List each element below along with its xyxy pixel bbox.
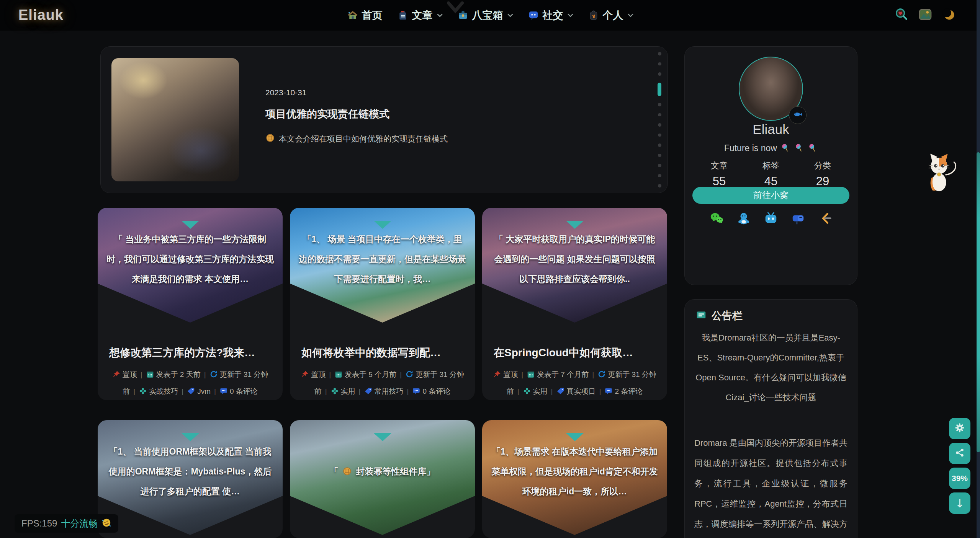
bilibili-icon[interactable]	[764, 211, 778, 226]
announcement-paragraph: Dromara 是由国内顶尖的开源项目作者共同组成的开源社区。提供包括分布式事务…	[694, 433, 847, 538]
carousel-pagination	[658, 52, 661, 187]
share-icon	[955, 448, 965, 459]
category-clover-icon	[330, 385, 339, 393]
article-card[interactable]: 「1、 场景 当项目中存在一个枚举类，里边的数据不需要一直更新，但是在某些场景下…	[290, 208, 475, 400]
calendar-icon	[146, 368, 154, 376]
article-excerpt: 「 大家平时获取用户的真实IP的时候可能会遇到的一些问题 如果发生问题可以按照以…	[491, 229, 659, 289]
wechat-icon[interactable]	[709, 211, 724, 226]
article-category[interactable]: 实战技巧	[139, 387, 178, 395]
fps-status: 十分流畅	[61, 517, 98, 530]
pagination-dot[interactable]	[658, 134, 661, 137]
qq-icon[interactable]	[736, 211, 751, 226]
page: Eliauk 首页 文章 八宝箱	[0, 0, 980, 538]
article-category[interactable]: 实用	[523, 387, 548, 395]
leetcode-icon[interactable]	[818, 211, 833, 226]
nav-item-treasure-box[interactable]: 八宝箱	[457, 8, 513, 22]
nav-item-home[interactable]: 首页	[347, 8, 383, 22]
article-card[interactable]: 「1、 当前使用ORM框架以及配置 当前我使用的ORM框架是：Mybatis-P…	[98, 420, 283, 538]
refresh-icon	[209, 368, 218, 376]
featured-article-image[interactable]	[111, 58, 239, 181]
pagination-dot[interactable]	[658, 62, 661, 66]
pin-icon	[493, 368, 501, 376]
teal-triangle-icon	[566, 433, 584, 441]
tag-icon	[187, 385, 195, 393]
article-comments[interactable]: 2 条评论	[604, 387, 643, 395]
reading-progress-button[interactable]: 39%	[949, 468, 970, 489]
article-meta: 置顶|发表于 2 天前|更新于 31 分钟前|实战技巧|Jvm|0 条评论	[105, 366, 276, 400]
rofl-icon	[101, 518, 111, 529]
scrollbar-thumb[interactable]	[977, 152, 980, 452]
nav-actions	[894, 0, 956, 31]
search-button[interactable]	[894, 8, 909, 23]
article-excerpt: 「1、 场景 当项目中存在一个枚举类，里边的数据不需要一直更新，但是在某些场景下…	[298, 229, 466, 289]
nav-item-social[interactable]: 社交	[528, 8, 573, 22]
chevron-down-icon	[628, 13, 633, 18]
article-card[interactable]: 「1、场景需求 在版本迭代中要给租户添加菜单权限，但是现场的租户id肯定不和开发…	[482, 420, 667, 538]
tag-icon	[556, 385, 565, 393]
teal-triangle-icon	[182, 433, 199, 441]
nav-item-personal[interactable]: 个人	[588, 8, 633, 22]
search-icon	[894, 7, 909, 23]
site-logo[interactable]: Eliauk	[18, 7, 64, 23]
pagination-dot[interactable]	[658, 184, 661, 187]
stat-categories[interactable]: 分类 29	[800, 160, 846, 188]
pagination-dot-active[interactable]	[658, 83, 661, 96]
featured-article-date: 2023-10-31	[265, 88, 306, 97]
go-home-button[interactable]: 前往小窝	[692, 187, 849, 204]
article-tag[interactable]: 常用技巧	[364, 387, 404, 395]
share-button[interactable]	[949, 443, 970, 464]
nav-item-label: 社交	[543, 8, 563, 22]
article-card[interactable]: 「 封装幂等性组件库」	[290, 420, 475, 538]
article-excerpt: 「1、 当前使用ORM框架以及配置 当前我使用的ORM框架是：Mybatis-P…	[106, 442, 274, 501]
stat-tags[interactable]: 标签 45	[748, 160, 794, 188]
settings-button[interactable]	[949, 418, 970, 439]
article-comments[interactable]: 0 条评论	[219, 387, 258, 395]
personal-bag-icon	[588, 10, 599, 21]
teal-triangle-icon	[566, 221, 584, 229]
scroll-hint-chevron-icon	[447, 1, 464, 15]
article-comments[interactable]: 0 条评论	[412, 387, 450, 395]
article-category[interactable]: 实用	[330, 387, 355, 395]
stat-articles[interactable]: 文章 55	[696, 160, 742, 188]
article-title[interactable]: 如何将枚举中的数据写到配…	[301, 346, 466, 360]
pagination-dot[interactable]	[658, 164, 661, 167]
article-icon	[397, 10, 409, 21]
pagination-dot[interactable]	[658, 154, 661, 157]
pagination-dot[interactable]	[658, 103, 661, 106]
chevron-down-icon	[568, 13, 573, 18]
fps-value: FPS:159	[21, 518, 57, 529]
scroll-down-button[interactable]: ↓	[949, 492, 970, 514]
tag-icon	[364, 385, 373, 393]
article-tag[interactable]: 真实项目	[556, 387, 596, 395]
announcement-paragraph: 我是Dromara社区的一员并且是Easy-ES、Stream-Query的Co…	[694, 328, 847, 408]
announcement-header: 公告栏	[695, 309, 743, 323]
pagination-dot[interactable]	[658, 72, 661, 76]
pagination-dot[interactable]	[658, 52, 661, 55]
pagination-dot[interactable]	[658, 143, 661, 147]
pagination-dot[interactable]	[658, 113, 661, 117]
featured-article-title[interactable]: 项目优雅的实现责任链模式	[265, 107, 389, 121]
mailbox-icon[interactable]	[791, 211, 805, 226]
scrollbar-track[interactable]	[977, 0, 980, 538]
pagination-dot[interactable]	[658, 174, 661, 178]
announcement-title: 公告栏	[712, 309, 743, 323]
gallery-button[interactable]	[918, 8, 933, 23]
article-title[interactable]: 在SpringCloud中如何获取…	[494, 346, 658, 360]
pagination-dot[interactable]	[658, 123, 661, 127]
article-title[interactable]: 想修改第三方库的方法?我来…	[109, 346, 273, 360]
article-card[interactable]: 「 当业务中被第三方库的一些方法限制时，我们可以通过修改第三方库的方法实现来满足…	[98, 208, 283, 400]
profile-name: Eliauk	[685, 122, 857, 137]
teal-triangle-icon	[374, 221, 391, 229]
dark-mode-moon-icon	[942, 8, 956, 23]
article-excerpt: 「 当业务中被第三方库的一些方法限制时，我们可以通过修改第三方库的方法实现来满足…	[106, 229, 274, 289]
featured-article-card[interactable]: 2023-10-31 项目优雅的实现责任链模式 本文会介绍在项目中如何优雅的实现…	[100, 46, 668, 193]
nav-item-articles[interactable]: 文章	[397, 8, 443, 22]
article-tag[interactable]: Jvm	[187, 387, 211, 395]
teal-triangle-icon	[374, 433, 391, 441]
cat-sticker[interactable]	[924, 152, 958, 195]
social-links	[685, 211, 857, 226]
dark-mode-toggle[interactable]	[942, 8, 956, 23]
navbar: Eliauk 首页 文章 八宝箱	[0, 0, 980, 31]
article-excerpt: 「 封装幂等性组件库」	[298, 461, 466, 483]
article-card[interactable]: 「 大家平时获取用户的真实IP的时候可能会遇到的一些问题 如果发生问题可以按照以…	[482, 208, 667, 400]
